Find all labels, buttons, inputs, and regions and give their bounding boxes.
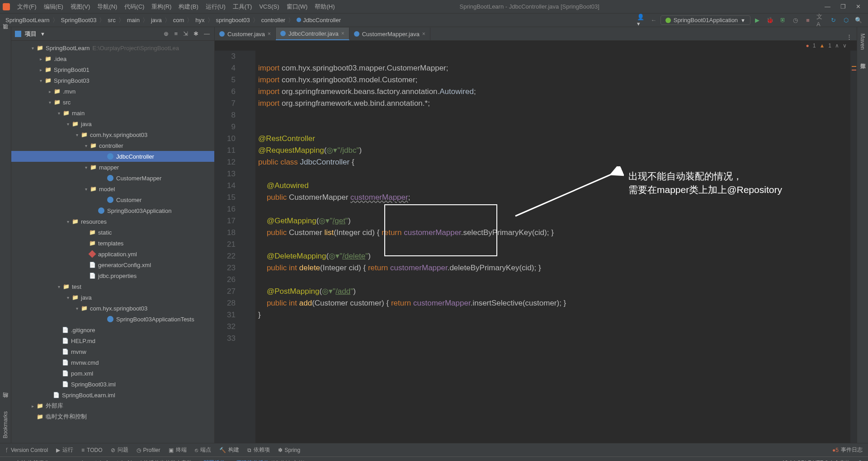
coverage-icon[interactable]: ⛨ [778, 16, 787, 24]
tree-item[interactable]: templates [11, 238, 214, 249]
breadcrumb-item[interactable]: JdbcController [295, 16, 343, 24]
breadcrumb-item[interactable]: main [125, 16, 142, 24]
sync-icon[interactable]: ↻ [829, 16, 837, 24]
structure-tool-tab[interactable]: 结构 [0, 398, 11, 407]
tabs-more-icon[interactable]: ⋮ [842, 33, 857, 40]
tree-item[interactable]: ▾main [11, 108, 214, 118]
tree-item[interactable]: ▸外部库 [11, 400, 214, 411]
menu-代码(C)[interactable]: 代码(C) [121, 1, 148, 12]
toolwindow-问题[interactable]: ⊘问题 [111, 446, 128, 454]
run-config-selector[interactable]: SpringBoot01Application ▼ [660, 15, 750, 25]
tree-item[interactable]: ▾controller [11, 140, 214, 151]
next-highlight-icon[interactable]: ∨ [843, 42, 847, 49]
run-icon[interactable]: ▶ [753, 16, 761, 24]
tree-item[interactable]: ▸.idea [11, 53, 214, 64]
breadcrumb-item[interactable]: controller [259, 16, 287, 24]
tree-item[interactable]: mvnw.cmd [11, 357, 214, 368]
menu-视图(V)[interactable]: 视图(V) [67, 1, 94, 12]
minimize-button[interactable]: — [820, 1, 835, 12]
prev-highlight-icon[interactable]: ∧ [835, 42, 839, 49]
tree-item[interactable]: ▾com.hyx.springboot03 [11, 303, 214, 314]
close-tab-icon[interactable]: × [422, 31, 425, 37]
tree-item[interactable]: ▾src [11, 97, 214, 108]
project-tool-tab[interactable]: 项目 [0, 29, 11, 38]
code-content[interactable]: import com.hyx.springboot03.mapper.Custo… [255, 51, 857, 443]
tree-item[interactable]: ▾java [11, 292, 214, 303]
tree-item[interactable]: SpringBootLearn.iml [11, 390, 214, 400]
back-icon[interactable]: ← [650, 16, 658, 24]
editor-tab[interactable]: JdbcController.java× [276, 28, 349, 40]
settings-icon[interactable]: ✱ [193, 29, 199, 38]
profiler-icon[interactable]: ◷ [791, 16, 799, 24]
event-log-button[interactable]: ●5事件日志 [832, 446, 863, 454]
menu-构建(B)[interactable]: 构建(B) [175, 1, 202, 12]
tree-item[interactable]: ▾com.hyx.springboot03 [11, 129, 214, 140]
menu-重构(R)[interactable]: 重构(R) [148, 1, 175, 12]
toolwindow-依赖项[interactable]: ⧉依赖项 [247, 446, 270, 454]
breadcrumb-item[interactable]: springboot03 [214, 16, 252, 24]
breadcrumb-item[interactable]: com [171, 16, 186, 24]
breadcrumb-item[interactable]: SpringBoot03 [59, 16, 99, 24]
close-tab-icon[interactable]: × [341, 30, 344, 37]
editor-tab[interactable]: Customer.java× [215, 28, 276, 40]
breadcrumb-item[interactable]: java [149, 16, 164, 24]
editor[interactable]: 3456789101112131415161718212223262728313… [215, 51, 857, 443]
toolwindow-TODO[interactable]: ≡TODO [81, 446, 102, 454]
tree-item[interactable]: mvnw [11, 346, 214, 357]
menu-文件(F)[interactable]: 文件(F) [14, 1, 40, 12]
menu-窗口(W)[interactable]: 窗口(W) [283, 1, 311, 12]
bookmarks-tool-tab[interactable]: Bookmarks [1, 407, 10, 443]
tree-item[interactable]: JdbcController [11, 151, 214, 162]
breadcrumb-item[interactable]: src [106, 16, 117, 24]
cloud-icon[interactable]: ⬡ [842, 16, 850, 24]
cursor-position[interactable]: 12:14 CRLF UTF-8 4 个空格 [782, 459, 850, 461]
tree-item[interactable]: ▾mapper [11, 162, 214, 173]
menu-VCS(S)[interactable]: VCS(S) [255, 1, 283, 12]
collapse-all-icon[interactable]: ⇲ [182, 29, 189, 38]
tree-item[interactable]: SpringBoot03Application [11, 205, 214, 216]
project-tree[interactable]: ▾SpringBootLearnE:\OurplayProject\Spring… [11, 41, 214, 443]
toolwindow-Version Control[interactable]: ᚶVersion Control [5, 446, 48, 454]
tree-item[interactable]: Customer [11, 194, 214, 205]
menu-帮助(H)[interactable]: 帮助(H) [311, 1, 338, 12]
tree-item[interactable]: ▾resources [11, 216, 214, 227]
maximize-button[interactable]: ❐ [836, 1, 850, 12]
menu-运行(U)[interactable]: 运行(U) [202, 1, 229, 12]
tree-item[interactable]: ▾java [11, 118, 214, 129]
inspection-widget[interactable]: ●1 ▲1 ∧∨ [215, 41, 857, 51]
tree-item[interactable]: HELP.md [11, 335, 214, 346]
select-opened-icon[interactable]: ⊕ [163, 29, 170, 38]
toolwindow-运行[interactable]: ▶运行 [56, 446, 73, 454]
toolwindow-Spring[interactable]: ✽Spring [278, 446, 301, 454]
close-button[interactable]: ✕ [851, 1, 865, 12]
view-mode-dropdown[interactable]: ▼ [40, 31, 45, 37]
translate-icon[interactable]: 文A [816, 16, 825, 24]
menu-导航(N)[interactable]: 导航(N) [94, 1, 121, 12]
tree-item[interactable]: static [11, 227, 214, 238]
toolwindow-Profiler[interactable]: ◷Profiler [137, 446, 160, 454]
tree-item[interactable]: 临时文件和控制 [11, 411, 214, 422]
close-tab-icon[interactable]: × [268, 31, 271, 37]
maven-tool-tab[interactable]: Maven [858, 29, 867, 54]
expand-all-icon[interactable]: ≡ [173, 29, 179, 38]
hide-icon[interactable]: — [203, 29, 211, 38]
menu-编辑(E)[interactable]: 编辑(E) [40, 1, 67, 12]
user-icon[interactable]: 👤▾ [637, 16, 645, 24]
error-stripe[interactable] [850, 51, 857, 443]
search-icon[interactable]: 🔍 [854, 16, 863, 24]
toolwindow-终端[interactable]: ▣终端 [169, 446, 187, 454]
stop-icon[interactable]: ■ [804, 16, 812, 24]
tree-item[interactable]: .gitignore [11, 325, 214, 335]
breadcrumb-item[interactable]: hyx [193, 16, 206, 24]
tree-item[interactable]: ▾model [11, 183, 214, 194]
tree-item[interactable]: generatorConfig.xml [11, 259, 214, 270]
menu-工具(T)[interactable]: 工具(T) [229, 1, 256, 12]
toolwindow-构建[interactable]: 🔨构建 [219, 446, 239, 454]
tree-item[interactable]: jdbc.properties [11, 270, 214, 281]
editor-tab[interactable]: CustomerMapper.java× [349, 28, 430, 40]
tree-item[interactable]: SpringBoot03ApplicationTests [11, 314, 214, 325]
tree-item[interactable]: ▾SpringBootLearnE:\OurplayProject\Spring… [11, 42, 214, 53]
toolwindow-端点[interactable]: ⎋端点 [195, 446, 211, 454]
tree-item[interactable]: application.yml [11, 249, 214, 259]
tree-item[interactable]: ▾test [11, 281, 214, 292]
